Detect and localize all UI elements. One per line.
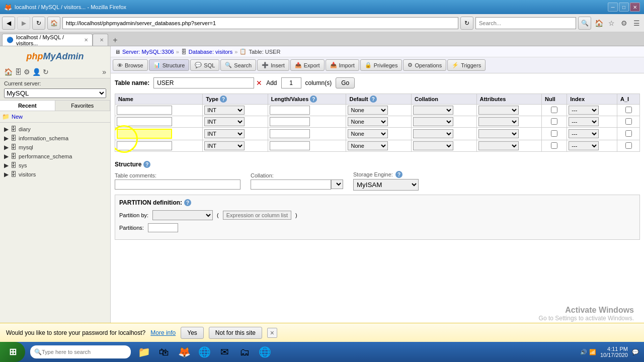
notification-center-icon[interactable]: 💬	[632, 349, 639, 355]
go-button[interactable]: Go	[336, 77, 355, 88]
default-help[interactable]: ?	[370, 96, 377, 103]
col-length-1[interactable]	[270, 106, 310, 115]
partition-help[interactable]: ?	[184, 199, 191, 206]
collation-input[interactable]	[251, 179, 331, 190]
col-length-4[interactable]	[270, 141, 310, 150]
col-type-2[interactable]: INT VARCHAR	[204, 117, 245, 126]
structure-button[interactable]: 📊 Structure	[149, 59, 190, 71]
start-button[interactable]: ⊞	[0, 342, 25, 362]
operations-button[interactable]: ⚙ Operations	[403, 59, 446, 71]
col-collation-4[interactable]	[413, 141, 453, 150]
taskbar-app-ie[interactable]: 🌐	[256, 343, 274, 361]
col-ai-1[interactable]	[625, 107, 632, 113]
not-for-this-site-button[interactable]: Not for this site	[209, 327, 262, 339]
home-button[interactable]: 🏠	[47, 17, 60, 30]
col-default-3[interactable]: None	[348, 129, 388, 138]
user-icon[interactable]: 👤	[32, 68, 41, 76]
triggers-button[interactable]: ⚡ Triggers	[447, 59, 486, 71]
minimize-button[interactable]: ─	[608, 3, 618, 12]
partitions-input[interactable]	[148, 223, 178, 232]
col-index-2[interactable]: ---	[569, 117, 599, 126]
tab-2-close[interactable]: ✕	[100, 37, 104, 43]
col-collation-2[interactable]	[413, 117, 453, 126]
export-button[interactable]: 📤 Export	[290, 59, 325, 71]
browse-button[interactable]: 👁 Browse	[113, 59, 148, 71]
new-item[interactable]: 📁 New	[0, 111, 110, 123]
col-type-1[interactable]: INT VARCHAR TEXT DATE	[204, 106, 245, 115]
col-attributes-3[interactable]	[478, 129, 519, 138]
maximize-button[interactable]: □	[619, 3, 629, 12]
refresh-icon[interactable]: ↻	[43, 68, 49, 76]
col-null-3[interactable]	[551, 130, 557, 137]
db-diary[interactable]: ▶ 🗄 diary	[2, 125, 108, 134]
col-attributes-2[interactable]	[478, 117, 519, 126]
db-visitors[interactable]: ▶ 🗄 visitors	[2, 170, 108, 179]
home-icon[interactable]: 🏠	[4, 68, 13, 76]
taskbar-app-store[interactable]: 🛍	[155, 343, 173, 361]
col-name-2[interactable]	[117, 117, 172, 126]
forward-button[interactable]: ▶	[17, 17, 30, 30]
menu-icon[interactable]: ☰	[631, 18, 642, 29]
new-tab-button[interactable]: +	[110, 35, 121, 46]
table-comments-input[interactable]	[115, 179, 240, 190]
col-ai-4[interactable]	[625, 142, 632, 149]
taskbar-app-chrome[interactable]: 🌐	[195, 343, 213, 361]
favorites-tab[interactable]: Favorites	[55, 101, 111, 111]
col-name-1[interactable]	[117, 106, 172, 115]
tab-1-close[interactable]: ✕	[84, 37, 88, 43]
reload-button[interactable]: ↻	[460, 17, 473, 30]
taskbar-app-files[interactable]: 🗂	[235, 343, 254, 361]
storage-help[interactable]: ?	[395, 171, 403, 178]
search-go-button[interactable]: 🔍	[578, 17, 591, 30]
col-null-2[interactable]	[551, 118, 557, 125]
col-name-3[interactable]	[117, 129, 172, 139]
col-length-2[interactable]	[270, 117, 310, 126]
insert-button[interactable]: ➕ Insert	[257, 59, 289, 71]
db-information-schema[interactable]: ▶ 🗄 information_schema	[2, 134, 108, 143]
col-length-3[interactable]	[270, 129, 310, 138]
col-null-1[interactable]	[551, 107, 557, 113]
taskbar-search[interactable]: 🔍	[30, 345, 131, 358]
col-index-3[interactable]: ---	[569, 129, 599, 138]
type-help[interactable]: ?	[220, 96, 227, 103]
db-icon[interactable]: 🗄	[15, 68, 22, 76]
col-collation-3[interactable]	[413, 129, 453, 138]
settings-icon[interactable]: ⚙	[24, 68, 30, 76]
db-sys[interactable]: ▶ 🗄 sys	[2, 161, 108, 170]
col-type-3[interactable]: INT	[204, 129, 245, 138]
taskbar-search-input[interactable]	[42, 349, 117, 355]
privileges-button[interactable]: 🔒 Privileges	[360, 59, 403, 71]
notification-close-button[interactable]: ×	[267, 328, 277, 338]
db-mysql[interactable]: ▶ 🗄 mysql	[2, 143, 108, 152]
table-name-input[interactable]	[153, 77, 254, 88]
collation-select[interactable]	[331, 179, 343, 189]
yes-button[interactable]: Yes	[181, 327, 204, 339]
close-button[interactable]: ✕	[630, 3, 640, 12]
import-button[interactable]: 📥 Import	[326, 59, 359, 71]
tab-2[interactable]: ✕	[93, 34, 108, 46]
gear-icon[interactable]: ⚙	[618, 18, 629, 29]
table-name-clear[interactable]: ✕	[256, 79, 262, 87]
star-icon[interactable]: ☆	[606, 18, 617, 29]
col-type-4[interactable]: INT	[204, 141, 245, 150]
structure-help[interactable]: ?	[143, 161, 150, 168]
address-bar[interactable]	[62, 17, 458, 29]
partition-by-select[interactable]	[152, 210, 213, 220]
home-icon[interactable]: 🏠	[593, 18, 604, 29]
col-attributes-1[interactable]	[478, 106, 519, 115]
more-info-link[interactable]: More info	[150, 329, 176, 336]
col-index-4[interactable]: ---	[569, 141, 599, 150]
server-select[interactable]: MySQL	[4, 88, 106, 98]
col-null-4[interactable]	[551, 142, 557, 149]
col-index-1[interactable]: --- PRIMARY UNIQUE INDEX	[569, 106, 599, 115]
col-attributes-4[interactable]	[478, 141, 519, 150]
col-ai-3[interactable]	[625, 130, 632, 137]
search-bar[interactable]	[475, 17, 576, 29]
col-name-4[interactable]	[117, 141, 172, 150]
col-collation-1[interactable]	[413, 106, 453, 115]
tab-1[interactable]: 🔵 localhost / MySQL / visitors... ✕	[2, 34, 93, 46]
back-button[interactable]: ◀	[2, 17, 15, 30]
taskbar-app-firefox[interactable]: 🦊	[175, 343, 193, 361]
db-performance-schema[interactable]: ▶ 🗄 performance_schema	[2, 152, 108, 161]
recent-tab[interactable]: Recent	[0, 101, 55, 111]
